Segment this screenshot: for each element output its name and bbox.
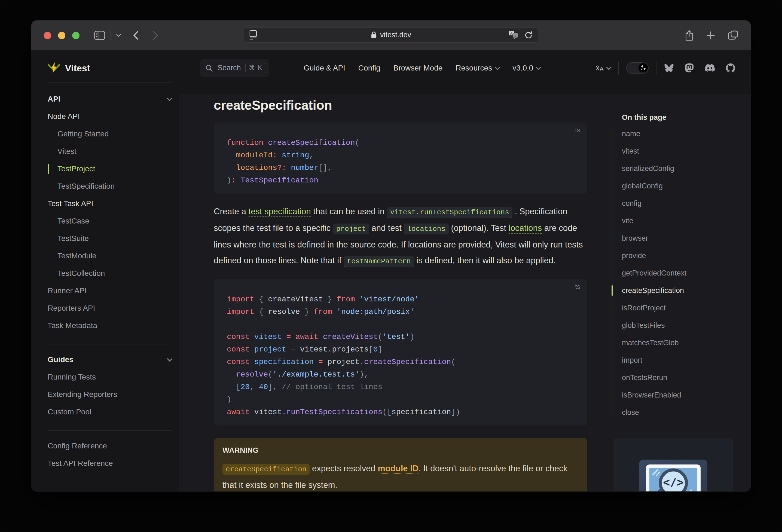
sidebar-item-testcase[interactable]: TestCase: [58, 212, 172, 230]
sidebar-item-extending-reporters[interactable]: Extending Reporters: [48, 386, 172, 403]
window-action-buttons: [685, 30, 738, 41]
sidebar-item-test-task-api[interactable]: Test Task API: [48, 195, 172, 212]
moon-icon: [640, 65, 646, 71]
outline-item-serializedconfig[interactable]: serializedConfig: [611, 160, 735, 177]
minimize-window-button[interactable]: [58, 32, 65, 39]
text: expects resolved: [310, 464, 378, 473]
discord-icon[interactable]: [705, 64, 715, 72]
sponsor-ad-card[interactable]: </>: [613, 438, 733, 491]
sidebar-item-testspecification[interactable]: TestSpecification: [58, 178, 172, 195]
sidebar-item-getting-started[interactable]: Getting Started: [58, 125, 172, 143]
outline-list: namevitestserializedConfigglobalConfigco…: [611, 125, 735, 421]
outline-item-globalconfig[interactable]: globalConfig: [611, 177, 735, 195]
outline-item-matchestestglob[interactable]: matchesTestGlob: [611, 334, 735, 352]
desktop-background: vitest.dev A a: [0, 0, 782, 532]
sidebar-item-test-api-reference[interactable]: Test API Reference: [48, 455, 172, 472]
sidebar-item-node-api[interactable]: Node API: [48, 108, 172, 125]
page-title: createSpecification: [214, 98, 587, 113]
sidebar-section-guides[interactable]: Guides: [48, 351, 172, 368]
outline-item-name[interactable]: name: [611, 125, 735, 142]
bluesky-icon[interactable]: [664, 64, 674, 72]
sidebar-item-custom-pool[interactable]: Custom Pool: [48, 403, 172, 421]
warning-title: WARNING: [222, 446, 579, 455]
zoom-window-button[interactable]: [72, 32, 79, 39]
doc-paragraph: Create a test specification that can be …: [214, 204, 587, 269]
inline-code-link-vitest-runtestspecifications[interactable]: vitest.runTestSpecifications: [387, 207, 512, 218]
github-icon[interactable]: [726, 64, 735, 73]
url-host: vitest.dev: [380, 31, 411, 39]
sidebar-item-vitest[interactable]: Vitest: [58, 143, 172, 160]
sidebar-item-testsuite[interactable]: TestSuite: [58, 230, 172, 247]
outline-title: On this page: [611, 111, 735, 123]
reload-icon[interactable]: [525, 31, 533, 39]
outline-item-ontestsrerun[interactable]: onTestsRerun: [611, 369, 735, 386]
doc-link-locations[interactable]: locations: [509, 223, 542, 234]
translate-page-icon[interactable]: A a: [509, 31, 519, 39]
sidebar-item-testproject[interactable]: TestProject: [58, 160, 172, 178]
outline-item-vite[interactable]: vite: [611, 212, 735, 229]
nav-link-browser-mode[interactable]: Browser Mode: [393, 64, 443, 72]
lock-icon: [371, 31, 377, 39]
sidebar-toggle-icon[interactable]: [94, 31, 105, 40]
outline-item-import[interactable]: import: [611, 352, 735, 369]
sidebar-nested-group: Getting StartedVitestTestProjectTestSpec…: [48, 125, 172, 195]
chevron-down-icon[interactable]: [116, 34, 121, 37]
warning-text: createSpecification expects resolved mod…: [222, 461, 579, 491]
chevron-down-icon: [167, 356, 172, 361]
doc-link-module-id[interactable]: module ID: [378, 464, 419, 474]
sidebar-divider: [48, 82, 172, 83]
svg-text:</>: </>: [663, 476, 684, 489]
outline-item-config[interactable]: config: [611, 195, 735, 212]
reader-view-icon[interactable]: [249, 30, 257, 40]
sidebar-item-testcollection[interactable]: TestCollection: [58, 264, 172, 282]
outline-item-vitest[interactable]: vitest: [611, 142, 735, 160]
new-tab-icon[interactable]: [706, 31, 715, 40]
sidebar-item-reporters-api[interactable]: Reporters API: [48, 299, 172, 317]
doc-article: createSpecification ts function createSp…: [214, 94, 587, 491]
sidebar-item-runner-api[interactable]: Runner API: [48, 282, 172, 299]
nav-utilities: ẋA: [580, 62, 735, 75]
svg-text:a: a: [514, 34, 516, 38]
translate-icon: ẋ: [596, 64, 600, 72]
text: Create a: [214, 207, 249, 216]
outline-item-isrootproject[interactable]: isRootProject: [611, 299, 735, 317]
sidebar-toggle-group: [94, 30, 121, 41]
text: that can be used in: [311, 207, 387, 216]
inline-code-link-testnamepattern[interactable]: testNamePattern: [344, 256, 414, 268]
sidebar-item-config-reference[interactable]: Config Reference: [48, 437, 172, 455]
browser-window: vitest.dev A a: [31, 21, 751, 491]
outline-item-provide[interactable]: provide: [611, 247, 735, 264]
mastodon-icon[interactable]: [685, 63, 694, 73]
warning-callout: WARNING createSpecification expects reso…: [214, 438, 587, 491]
nav-link-config[interactable]: Config: [358, 64, 380, 72]
outline-item-globtestfiles[interactable]: globTestFiles: [611, 317, 735, 334]
search-label: Search: [218, 64, 241, 72]
outline-item-browser[interactable]: browser: [611, 229, 735, 247]
address-bar[interactable]: vitest.dev A a: [244, 27, 538, 42]
theme-toggle[interactable]: [626, 62, 648, 74]
outline-item-close[interactable]: close: [611, 404, 735, 421]
back-button[interactable]: [133, 31, 139, 40]
forward-button[interactable]: [153, 31, 158, 40]
window-controls: [44, 32, 79, 39]
tab-overview-icon[interactable]: [728, 31, 738, 40]
docs-sidebar: Vitest APINode APIGetting StartedVitestT…: [31, 50, 179, 491]
search-button[interactable]: Search ⌘ K: [200, 59, 269, 77]
site-logo[interactable]: Vitest: [48, 59, 172, 77]
language-menu[interactable]: ẋA: [596, 64, 611, 72]
sidebar-item-testmodule[interactable]: TestModule: [58, 247, 172, 264]
sidebar-item-running-tests[interactable]: Running Tests: [48, 368, 172, 386]
close-window-button[interactable]: [44, 32, 51, 39]
translate-icon-sub: A: [600, 66, 604, 73]
code-example: import { createVitest } from 'vitest/nod…: [214, 293, 587, 419]
outline-item-getprovidedcontext[interactable]: getProvidedContext: [611, 264, 735, 282]
nav-dropdown-v3-0-0[interactable]: v3.0.0: [512, 64, 540, 72]
sidebar-item-task-metadata[interactable]: Task Metadata: [48, 317, 172, 334]
nav-dropdown-resources[interactable]: Resources: [456, 64, 499, 72]
nav-link-guide-api[interactable]: Guide & API: [304, 64, 345, 72]
outline-item-createspecification[interactable]: createSpecification: [611, 282, 735, 299]
outline-item-isbrowserenabled[interactable]: isBrowserEnabled: [611, 386, 735, 404]
sidebar-section-api[interactable]: API: [48, 91, 172, 108]
share-icon[interactable]: [685, 30, 694, 41]
doc-link-test-specification[interactable]: test specification: [249, 207, 311, 217]
